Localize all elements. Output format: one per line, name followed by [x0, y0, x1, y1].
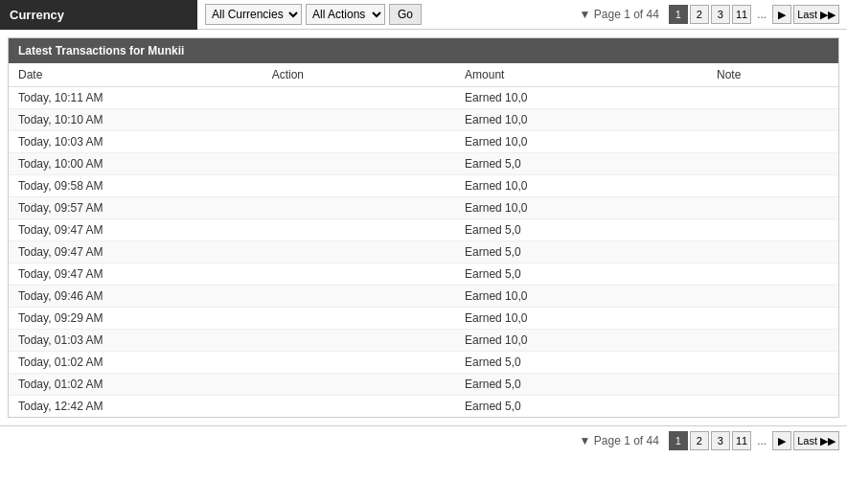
top-page-3[interactable]: 3 [711, 5, 730, 24]
cell-note [640, 286, 838, 308]
bottom-page-ellipsis: ... [753, 432, 770, 449]
cell-date: Today, 09:47 AM [9, 219, 195, 241]
bottom-pagination-controls: ▼ Page 1 of 44 1 2 3 11 ... ▶ Last ▶▶ [576, 431, 839, 450]
cell-action [195, 286, 407, 308]
cell-date: Today, 01:02 AM [9, 352, 195, 374]
cell-amount: Earned 10,0 [407, 197, 640, 219]
cell-date: Today, 10:11 AM [9, 87, 195, 109]
table-row: Today, 10:11 AMEarned 10,0 [9, 87, 838, 109]
action-filter-select[interactable]: All Actions [306, 4, 385, 25]
cell-action [195, 131, 407, 153]
bottom-bar: ▼ Page 1 of 44 1 2 3 11 ... ▶ Last ▶▶ [0, 425, 847, 455]
bottom-page-11[interactable]: 11 [732, 431, 751, 450]
top-next-button[interactable]: ▶ [772, 5, 791, 24]
bottom-next-button[interactable]: ▶ [772, 431, 791, 450]
cell-note [640, 109, 838, 131]
cell-action [195, 263, 407, 286]
cell-action [195, 330, 407, 352]
bottom-page-2[interactable]: 2 [690, 431, 709, 450]
top-pagination: ▼ Page 1 of 44 1 2 3 11 ... ▶ Last ▶▶ [568, 5, 847, 24]
top-last-button[interactable]: Last ▶▶ [793, 5, 839, 24]
cell-amount: Earned 10,0 [407, 131, 640, 153]
bottom-page-1[interactable]: 1 [669, 431, 688, 450]
col-date: Date [9, 63, 195, 87]
cell-date: Today, 10:10 AM [9, 109, 195, 131]
cell-date: Today, 01:02 AM [9, 374, 195, 396]
cell-note [640, 87, 838, 109]
top-toolbar: Currency All Currencies All Actions Go ▼… [0, 0, 847, 30]
cell-date: Today, 09:47 AM [9, 263, 195, 286]
table-row: Today, 12:42 AMEarned 5,0 [9, 396, 838, 418]
table-row: Today, 01:02 AMEarned 5,0 [9, 374, 838, 396]
cell-amount: Earned 10,0 [407, 175, 640, 197]
cell-note [640, 219, 838, 241]
transactions-table: Date Action Amount Note Today, 10:11 AME… [9, 63, 838, 417]
col-amount: Amount [407, 63, 640, 87]
go-button[interactable]: Go [389, 4, 422, 25]
cell-note [640, 241, 838, 263]
table-row: Today, 09:46 AMEarned 10,0 [9, 286, 838, 308]
top-page-ellipsis: ... [753, 6, 770, 23]
cell-amount: Earned 5,0 [407, 153, 640, 175]
table-row: Today, 09:47 AMEarned 5,0 [9, 263, 838, 286]
cell-date: Today, 12:42 AM [9, 396, 195, 418]
cell-date: Today, 10:00 AM [9, 153, 195, 175]
cell-action [195, 352, 407, 374]
cell-action [195, 153, 407, 175]
top-page-1[interactable]: 1 [669, 5, 688, 24]
cell-action [195, 241, 407, 263]
cell-note [640, 175, 838, 197]
cell-amount: Earned 5,0 [407, 396, 640, 418]
bottom-page-3[interactable]: 3 [711, 431, 730, 450]
cell-date: Today, 09:47 AM [9, 241, 195, 263]
cell-date: Today, 09:57 AM [9, 197, 195, 219]
cell-amount: Earned 5,0 [407, 352, 640, 374]
cell-date: Today, 09:46 AM [9, 286, 195, 308]
top-pagination-controls: ▼ Page 1 of 44 1 2 3 11 ... ▶ Last ▶▶ [576, 5, 839, 24]
cell-amount: Earned 5,0 [407, 263, 640, 286]
cell-note [640, 352, 838, 374]
cell-action [195, 175, 407, 197]
cell-note [640, 396, 838, 418]
currency-title: Currency [0, 0, 197, 30]
cell-action [195, 374, 407, 396]
cell-action [195, 396, 407, 418]
main-content: Latest Transactions for Munkii Date Acti… [0, 30, 847, 425]
cell-amount: Earned 5,0 [407, 219, 640, 241]
cell-amount: Earned 10,0 [407, 286, 640, 308]
table-row: Today, 09:47 AMEarned 5,0 [9, 219, 838, 241]
table-row: Today, 09:29 AMEarned 10,0 [9, 308, 838, 330]
cell-amount: Earned 10,0 [407, 330, 640, 352]
cell-note [640, 308, 838, 330]
cell-action [195, 109, 407, 131]
bottom-page-info: ▼ Page 1 of 44 [576, 432, 663, 449]
table-row: Today, 10:03 AMEarned 10,0 [9, 131, 838, 153]
cell-amount: Earned 5,0 [407, 374, 640, 396]
cell-date: Today, 01:03 AM [9, 330, 195, 352]
table-row: Today, 10:00 AMEarned 5,0 [9, 153, 838, 175]
currency-filter-select[interactable]: All Currencies [205, 4, 302, 25]
cell-note [640, 197, 838, 219]
cell-date: Today, 10:03 AM [9, 131, 195, 153]
top-page-11[interactable]: 11 [732, 5, 751, 24]
table-row: Today, 01:02 AMEarned 5,0 [9, 352, 838, 374]
title-label: Currency [10, 8, 64, 22]
cell-note [640, 263, 838, 286]
table-body: Today, 10:11 AMEarned 10,0Today, 10:10 A… [9, 87, 838, 418]
top-page-2[interactable]: 2 [690, 5, 709, 24]
cell-amount: Earned 5,0 [407, 241, 640, 263]
table-row: Today, 01:03 AMEarned 10,0 [9, 330, 838, 352]
table-row: Today, 09:57 AMEarned 10,0 [9, 197, 838, 219]
table-title: Latest Transactions for Munkii [9, 38, 838, 63]
cell-action [195, 197, 407, 219]
cell-action [195, 219, 407, 241]
cell-action [195, 308, 407, 330]
cell-action [195, 87, 407, 109]
filter-controls: All Currencies All Actions Go [197, 4, 568, 25]
bottom-last-button[interactable]: Last ▶▶ [793, 431, 839, 450]
cell-date: Today, 09:29 AM [9, 308, 195, 330]
cell-note [640, 131, 838, 153]
table-header-row: Date Action Amount Note [9, 63, 838, 87]
col-action: Action [195, 63, 407, 87]
cell-note [640, 330, 838, 352]
